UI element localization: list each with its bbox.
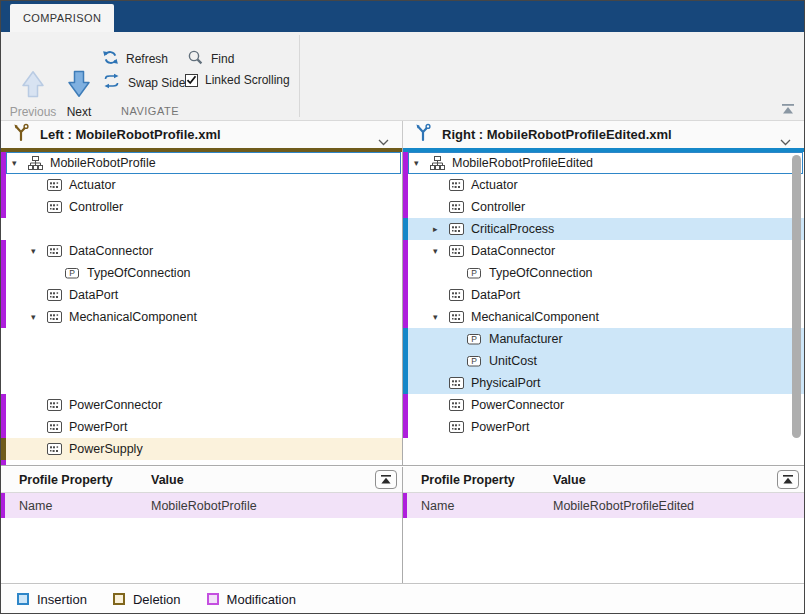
change-bar <box>403 174 408 196</box>
profile-file-icon <box>12 123 30 146</box>
collapse-table-button[interactable] <box>777 470 799 489</box>
tree-row-blank <box>1 218 402 240</box>
tree-item-label: PowerPort <box>471 420 529 434</box>
stereotype-icon <box>448 419 465 435</box>
tree-row[interactable]: ▾MobileRobotProfileEdited <box>403 152 804 174</box>
change-bar <box>1 196 6 218</box>
tree-row[interactable]: ▾MechanicalComponent <box>1 306 402 328</box>
property-name: Name <box>403 499 553 513</box>
tree-row[interactable]: ▾MobileRobotProfile <box>1 152 402 174</box>
tree-item-label: MechanicalComponent <box>471 310 599 324</box>
property-row[interactable]: NameMobileRobotProfileEdited <box>403 493 804 518</box>
navigate-section-label: NAVIGATE <box>1 105 299 117</box>
expander-expanded-icon[interactable]: ▾ <box>12 158 27 168</box>
column-header-value: Value <box>151 473 184 487</box>
change-bar <box>403 218 408 240</box>
change-bar <box>403 284 408 306</box>
tree-row[interactable]: Controller <box>1 196 402 218</box>
find-button[interactable]: Find <box>187 49 234 69</box>
refresh-label: Refresh <box>126 52 168 66</box>
tree-row[interactable]: PowerConnector <box>403 394 804 416</box>
stereotype-icon <box>448 243 465 259</box>
change-bar <box>1 306 6 328</box>
tree-row[interactable]: PTypeOfConnection <box>403 262 804 284</box>
ribbon-section-divider <box>299 35 300 117</box>
left-property-table: Profile Property Value NameMobileRobotPr… <box>1 467 402 583</box>
tree-row[interactable]: PowerPort <box>403 416 804 438</box>
tree-row[interactable]: PhysicalPort <box>403 372 804 394</box>
tree-row[interactable]: PowerConnector <box>1 394 402 416</box>
tree-row[interactable]: Actuator <box>403 174 804 196</box>
tree-row[interactable]: ▸CriticalProcess <box>403 218 804 240</box>
tree-row[interactable]: PUnitCost <box>403 350 804 372</box>
change-bar <box>1 493 5 518</box>
tree-row[interactable]: DataPort <box>1 284 402 306</box>
expander-collapsed-icon[interactable]: ▸ <box>433 224 448 234</box>
refresh-icon <box>102 49 119 69</box>
change-legend: InsertionDeletionModification <box>1 585 804 613</box>
tree-row[interactable]: DataPort <box>403 284 804 306</box>
property-name: Name <box>1 499 151 513</box>
swap-sides-icon <box>102 73 121 92</box>
tree-row[interactable]: PTypeOfConnection <box>1 262 402 284</box>
tree-row[interactable]: Actuator <box>1 174 402 196</box>
expander-expanded-icon[interactable]: ▾ <box>31 246 46 256</box>
property-icon: P <box>466 353 483 369</box>
right-pane-selector[interactable]: Right : MobileRobotProfileEdited.xml <box>402 121 804 148</box>
stereotype-icon <box>46 287 63 303</box>
stereotype-icon <box>448 199 465 215</box>
arrow-up-icon <box>20 84 46 101</box>
change-bar <box>403 328 408 350</box>
left-pane-selector[interactable]: Left : MobileRobotProfile.xml <box>1 121 402 148</box>
change-bar <box>1 328 6 350</box>
svg-text:P: P <box>471 356 477 366</box>
expander-expanded-icon[interactable]: ▾ <box>433 246 448 256</box>
stereotype-icon <box>46 441 63 457</box>
left-table-header: Profile Property Value <box>1 467 402 493</box>
tree-row[interactable]: PowerPort <box>1 416 402 438</box>
change-bar <box>1 262 6 284</box>
change-bar <box>403 493 407 518</box>
legend-item: Modification <box>207 592 296 607</box>
expander-expanded-icon[interactable]: ▾ <box>31 312 46 322</box>
stereotype-icon <box>448 375 465 391</box>
checkbox-checked-icon <box>185 74 198 87</box>
expander-expanded-icon[interactable]: ▾ <box>433 312 448 322</box>
expander-expanded-icon[interactable]: ▾ <box>414 158 429 168</box>
property-icon: P <box>64 265 81 281</box>
change-bar <box>403 152 408 174</box>
scrollbar-thumb[interactable] <box>792 155 801 438</box>
tree-item-label: Controller <box>69 200 123 214</box>
tree-row-blank <box>1 350 402 372</box>
collapse-ribbon-icon[interactable] <box>780 102 796 116</box>
change-bar <box>403 240 408 262</box>
tree-row[interactable]: Controller <box>403 196 804 218</box>
tree-row[interactable]: ▾DataConnector <box>1 240 402 262</box>
linked-scrolling-toggle[interactable]: Linked Scrolling <box>185 73 290 87</box>
change-bar <box>1 218 6 240</box>
tree-row[interactable]: ▾MechanicalComponent <box>403 306 804 328</box>
change-bar <box>1 152 6 174</box>
tree-item-label: MobileRobotProfile <box>50 156 156 170</box>
tree-row-blank <box>403 438 804 460</box>
legend-swatch <box>113 593 125 605</box>
profile-file-icon <box>414 123 432 146</box>
tree-item-label: PowerConnector <box>471 398 564 412</box>
tab-comparison[interactable]: COMPARISON <box>10 4 114 32</box>
change-bar <box>1 438 6 460</box>
tree-row[interactable]: PowerSupply <box>1 438 402 460</box>
linked-scrolling-label: Linked Scrolling <box>205 73 290 87</box>
property-row[interactable]: NameMobileRobotProfile <box>1 493 402 518</box>
collapse-table-button[interactable] <box>375 470 397 489</box>
tree-row[interactable]: ▾DataConnector <box>403 240 804 262</box>
tree-row[interactable]: PManufacturer <box>403 328 804 350</box>
change-bar <box>403 416 408 438</box>
refresh-button[interactable]: Refresh <box>102 49 168 69</box>
tree-item-label: Manufacturer <box>489 332 563 346</box>
swap-sides-button[interactable]: Swap Sides <box>102 73 191 92</box>
stereotype-icon <box>46 177 63 193</box>
tree-row-blank <box>1 328 402 350</box>
column-header-value: Value <box>553 473 586 487</box>
tree-item-label: PowerSupply <box>69 442 143 456</box>
titlebar: COMPARISON <box>1 1 804 32</box>
